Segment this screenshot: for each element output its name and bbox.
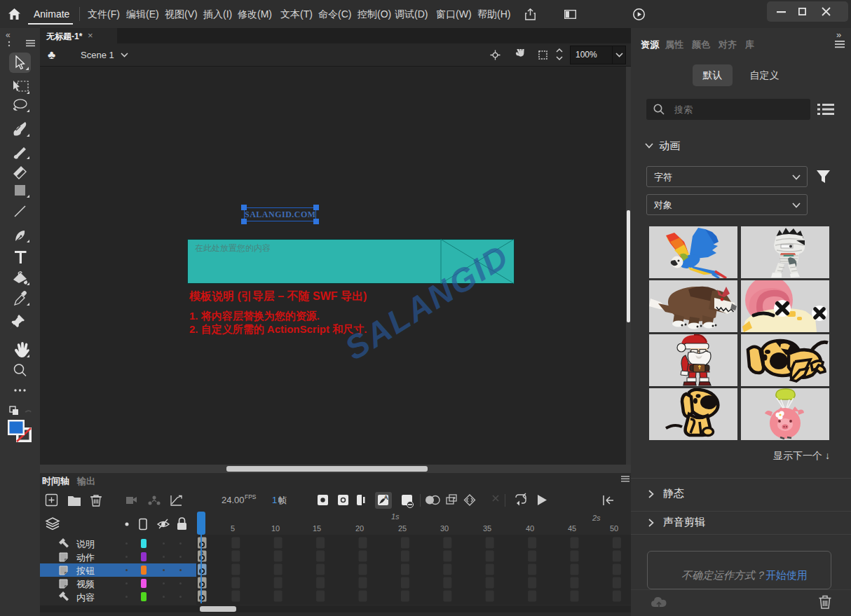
svg-text:FPS: FPS	[245, 493, 257, 500]
svg-text:A: A	[384, 494, 388, 501]
svg-text:«: «	[6, 30, 11, 40]
svg-text:帧: 帧	[278, 495, 287, 505]
svg-text:在此处放置您的内容: 在此处放置您的内容	[195, 243, 271, 253]
svg-text:1: 1	[272, 495, 277, 505]
svg-text:24.00: 24.00	[222, 495, 245, 505]
